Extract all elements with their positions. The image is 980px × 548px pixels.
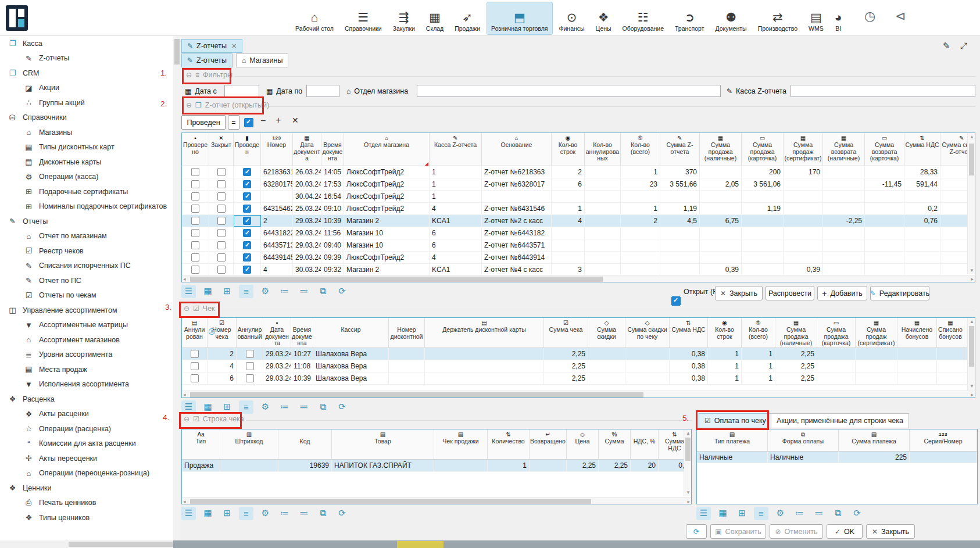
column-header[interactable]: ◉Кол-во строк: [708, 318, 742, 348]
sidebar-item[interactable]: ☆Операции (расценка): [0, 421, 173, 436]
settings-icon[interactable]: ⚙: [258, 400, 273, 414]
column-header[interactable]: ▦Сумма возврата (наличные): [823, 133, 865, 166]
scrollbar-thumb[interactable]: [969, 144, 974, 175]
cancel-button[interactable]: ⊘Отменить: [770, 524, 823, 539]
column-header[interactable]: ⑤Кол-во (всего): [742, 318, 775, 348]
cash-register-input[interactable]: [791, 85, 975, 97]
column-header[interactable]: ⑤Кол-во (всего): [621, 133, 660, 166]
expand-icon[interactable]: ⤢: [960, 41, 967, 51]
scrollbar-thumb[interactable]: [685, 438, 691, 461]
module-bi[interactable]: ◕BI: [830, 2, 847, 35]
sidebar-horizontal-scrollbar[interactable]: [0, 540, 173, 548]
table-row[interactable]: 6443182229.03.2411:56Магазин 106Z-отчет …: [182, 227, 975, 239]
scroll-right-arrow[interactable]: ▸: [687, 498, 690, 504]
column-header[interactable]: %Сумма: [599, 429, 631, 460]
column-header[interactable]: ↵Возвращено: [530, 429, 567, 460]
sidebar-item[interactable]: ⌂Операции (переоценка-розница): [0, 466, 173, 481]
refresh-icon[interactable]: ⟳: [335, 285, 349, 298]
scroll-left-arrow[interactable]: ◂: [183, 498, 186, 504]
module-production[interactable]: ⇄Производство: [753, 2, 802, 35]
open-f6-checkbox[interactable]: [671, 296, 681, 306]
clock-icon[interactable]: ◷: [864, 9, 875, 24]
open-window-icon[interactable]: ⧉: [316, 400, 330, 414]
edit-button[interactable]: ✎Редактировать: [870, 286, 929, 300]
module-wms[interactable]: ▤WMS: [804, 2, 828, 35]
sidebar-item[interactable]: ▼Исполнения ассортимента: [0, 377, 173, 392]
sidebar-item[interactable]: ✎Отчет по ПС: [0, 273, 173, 288]
sidebar-item[interactable]: ❖Ценники: [0, 481, 173, 496]
table-row[interactable]: НаличныеНаличные225: [697, 452, 977, 463]
collapse-icon[interactable]: ⊖: [184, 305, 189, 313]
horizontal-scrollbar[interactable]: ◂▸: [182, 275, 975, 282]
open-window-icon[interactable]: ⧉: [831, 507, 845, 520]
column-header[interactable]: ▥Штрихкод: [220, 429, 278, 460]
list-view-icon[interactable]: ☰: [181, 507, 196, 520]
add-list-icon[interactable]: ≕: [296, 507, 311, 520]
column-header[interactable]: ▭Сумма возврата (карточка): [865, 133, 904, 166]
numbered-list-icon[interactable]: ≔: [277, 400, 292, 414]
column-header[interactable]: Номер дисконтной: [389, 318, 425, 348]
quick-filter-value-checkbox[interactable]: [244, 118, 253, 127]
numbered-list-icon[interactable]: ≔: [792, 507, 807, 520]
sidebar-item[interactable]: ⌂Отчет по магазинам: [0, 229, 173, 244]
column-header[interactable]: Время документа: [321, 133, 344, 166]
column-header[interactable]: ▮Проведен: [234, 133, 261, 166]
row-checkbox[interactable]: [243, 241, 251, 249]
sidebar-item[interactable]: ◫Управление ассортиментом: [0, 303, 173, 318]
tab-payment-by-check[interactable]: ☑ Оплата по чеку: [699, 413, 772, 428]
row-checkbox[interactable]: [243, 192, 251, 200]
row-checkbox[interactable]: [217, 266, 226, 274]
row-checkbox[interactable]: [246, 374, 254, 382]
column-header[interactable]: ◇Сумма скидки: [588, 318, 625, 348]
numbered-list-icon[interactable]: ≔: [277, 507, 292, 520]
refresh-icon[interactable]: ⟳: [335, 400, 349, 414]
row-checkbox[interactable]: [243, 266, 251, 274]
ok-button[interactable]: ✓OK: [827, 524, 863, 539]
column-header[interactable]: 123Серия/Номер: [910, 429, 977, 452]
column-header[interactable]: ▪Проверено: [182, 133, 209, 166]
close-window-button[interactable]: ✕Закрыть: [866, 524, 915, 539]
sidebar-item[interactable]: ☑Отчеты по чекам: [0, 288, 173, 303]
quick-filter-operator[interactable]: =: [228, 115, 239, 130]
table-row[interactable]: 629.03.2410:39Шалахова Вера2,250,38112,2…: [182, 373, 975, 385]
grid-view-icon[interactable]: ▦: [201, 400, 215, 414]
column-header[interactable]: ◉Кол-во строк: [552, 133, 585, 166]
collapse-icon[interactable]: ⊖: [186, 71, 192, 79]
column-header[interactable]: ▭Сумма продажа (карточка): [742, 133, 784, 166]
filter-icon[interactable]: ≡: [239, 400, 253, 414]
sidebar-item[interactable]: ⎙Печать ценников: [0, 496, 173, 511]
sidebar-item[interactable]: ∴Группы акций: [0, 95, 173, 110]
calendar-view-icon[interactable]: ⊞: [220, 400, 234, 414]
sidebar-item[interactable]: ⊞Подарочные сертификаты: [0, 184, 173, 199]
scrollbar-thumb[interactable]: [190, 499, 591, 504]
sidebar-item[interactable]: ❖Расценка: [0, 392, 173, 407]
refresh-button[interactable]: ⟳: [686, 524, 707, 539]
column-header[interactable]: ☑Сумма чека: [544, 318, 588, 348]
vertical-scrollbar[interactable]: ▲▼: [967, 133, 975, 274]
date-to-input[interactable]: [306, 85, 339, 97]
horizontal-scrollbar[interactable]: ◂▸: [182, 391, 975, 398]
row-checkbox[interactable]: [191, 192, 199, 200]
sidebar-item[interactable]: ✢Акты переоценки: [0, 451, 173, 466]
column-header[interactable]: ⇅Сумма НДС: [670, 318, 708, 348]
column-header[interactable]: ∧☑Номер чека: [208, 318, 237, 348]
grid-view-icon[interactable]: ▦: [201, 507, 215, 520]
module-retail[interactable]: ⬒Розничная торговля: [487, 2, 552, 35]
row-checkbox[interactable]: [217, 205, 226, 213]
module-references[interactable]: ☰Справочники: [340, 2, 387, 35]
scrollbar-thumb[interactable]: [969, 326, 974, 367]
column-header[interactable]: ▤Аннулирован: [182, 318, 208, 348]
row-checkbox[interactable]: [191, 266, 199, 274]
sidebar-item[interactable]: ▤Дисконтные карты: [0, 155, 173, 170]
collapse-icon[interactable]: ⊖: [186, 101, 192, 109]
sidebar-item[interactable]: ▤Места продаж: [0, 362, 173, 377]
list-view-icon[interactable]: ☰: [181, 285, 196, 298]
module-finance[interactable]: ⊙Финансы: [555, 2, 589, 35]
table-row[interactable]: 6443914529.03.2409:39ЛюксСофтТрейд24Z-от…: [182, 252, 975, 264]
column-header[interactable]: ⇅Количество: [488, 429, 530, 460]
add-list-icon[interactable]: ≕: [811, 507, 826, 520]
column-header[interactable]: ▦Начислено бонусов: [897, 318, 937, 348]
column-header[interactable]: Кол-во аннулированых: [585, 133, 621, 166]
edit-layout-icon[interactable]: ✎: [943, 41, 950, 51]
collapse-icon[interactable]: ⊖: [184, 415, 189, 423]
